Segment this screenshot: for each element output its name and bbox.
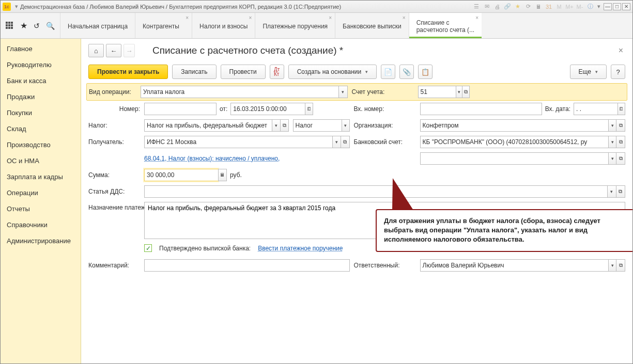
tb-m[interactable]: M: [555, 3, 563, 11]
tb-info-icon[interactable]: ⓘ: [586, 3, 594, 11]
titlebar-dropdown-icon[interactable]: ▾: [15, 3, 18, 10]
sidebar-item-sales[interactable]: Продажи: [1, 89, 81, 105]
tab-taxes[interactable]: Налоги и взносы×: [192, 13, 255, 38]
sidebar-item-admin[interactable]: Администрирование: [1, 233, 81, 249]
sidebar-item-reports[interactable]: Отчеты: [1, 201, 81, 217]
window-minimize[interactable]: —: [604, 3, 612, 10]
apps-grid-icon[interactable]: [6, 22, 14, 30]
tb-mminus[interactable]: M-: [576, 3, 584, 11]
tab-writeoff[interactable]: Списание срасчетного счета (...×: [409, 13, 482, 38]
tb-icon-2[interactable]: ✉: [483, 3, 491, 11]
tb-icon-star[interactable]: ★: [514, 3, 522, 11]
home-button[interactable]: ⌂: [88, 44, 104, 57]
dds-open[interactable]: ⧉: [616, 185, 625, 198]
post-button[interactable]: Провести: [221, 65, 266, 79]
list-icon[interactable]: 📋: [418, 65, 433, 79]
inc-date-input[interactable]: . .: [574, 103, 617, 115]
tab-close-icon[interactable]: ×: [329, 15, 332, 21]
dds-dropdown[interactable]: ▾: [607, 185, 616, 198]
op-type-input[interactable]: Уплата налога: [141, 86, 338, 98]
sidebar-item-main[interactable]: Главное: [1, 41, 81, 57]
responsible-open[interactable]: ⧉: [616, 259, 625, 272]
page-close-icon[interactable]: ×: [616, 44, 625, 57]
enter-order-link[interactable]: Ввести платежное поручение: [258, 245, 343, 252]
recipient-dropdown[interactable]: ▾: [332, 136, 341, 148]
tab-home[interactable]: Начальная страница: [60, 13, 135, 38]
dtkt-icon[interactable]: ДтКт: [270, 65, 284, 79]
tax-input[interactable]: Налог на прибыль, федеральный бюджет: [144, 119, 272, 132]
sum-calc-icon[interactable]: 🖩: [218, 169, 227, 181]
sidebar-item-catalogs[interactable]: Справочники: [1, 217, 81, 233]
inc-date-picker-icon[interactable]: 🗓: [617, 103, 625, 115]
sidebar-item-operations[interactable]: Операции: [1, 185, 81, 201]
op-type-dropdown[interactable]: ▾: [338, 86, 347, 98]
date-picker-icon[interactable]: 🗓: [305, 103, 313, 115]
tax-type-dropdown[interactable]: ▾: [342, 119, 350, 132]
tb-mplus[interactable]: M+: [565, 3, 574, 11]
tab-bank[interactable]: Банковские выписки×: [335, 13, 409, 38]
create-based-button[interactable]: Создать на основании: [288, 65, 377, 79]
tab-close-icon[interactable]: ×: [475, 15, 478, 21]
account-dropdown[interactable]: ▾: [456, 86, 462, 98]
tab-close-icon[interactable]: ×: [186, 15, 189, 21]
extra-open[interactable]: ⧉: [616, 152, 625, 165]
responsible-input[interactable]: Любимов Валерий Юрьевич: [420, 259, 608, 272]
forward-button[interactable]: →: [123, 44, 135, 57]
favorites-icon[interactable]: ★: [20, 21, 27, 30]
tb-info-dd[interactable]: ▾: [597, 3, 600, 10]
sidebar-item-production[interactable]: Производство: [1, 137, 81, 153]
bank-acc-input[interactable]: КБ "РОСПРОМБАНК" (ООО) (4070281003005006…: [420, 136, 608, 148]
recipient-open[interactable]: ⧉: [341, 136, 350, 148]
dds-input[interactable]: [144, 185, 607, 198]
post-and-close-button[interactable]: Провести и закрыть: [88, 65, 168, 79]
tax-link[interactable]: 68.04.1, Налог (взносы): начислено / упл…: [144, 155, 280, 162]
more-button[interactable]: Еще: [570, 65, 607, 79]
window-maximize[interactable]: □: [613, 3, 621, 10]
bank-acc-open[interactable]: ⧉: [616, 136, 625, 148]
confirmed-checkbox[interactable]: ✓: [144, 244, 152, 252]
account-input[interactable]: 51: [418, 86, 456, 98]
tax-dropdown[interactable]: ▾: [272, 119, 280, 132]
history-icon[interactable]: ↺: [34, 22, 40, 30]
tab-close-icon[interactable]: ×: [403, 15, 406, 21]
attach-icon[interactable]: 📎: [399, 65, 414, 79]
tax-open[interactable]: ⧉: [281, 119, 289, 132]
page-title: Списание с расчетного счета (создание) *: [152, 45, 343, 56]
back-button[interactable]: ←: [106, 44, 121, 57]
bank-acc-dropdown[interactable]: ▾: [608, 136, 617, 148]
sidebar-item-warehouse[interactable]: Склад: [1, 121, 81, 137]
search-icon[interactable]: 🔍: [46, 22, 55, 30]
tab-payments[interactable]: Платежные поручения×: [255, 13, 335, 38]
extra-input[interactable]: [420, 152, 608, 165]
org-input[interactable]: Конфетпром: [420, 119, 608, 132]
recipient-input[interactable]: ИФНС 21 Москва: [144, 136, 332, 148]
extra-dropdown[interactable]: ▾: [608, 152, 617, 165]
tb-icon-3[interactable]: 🖨: [493, 3, 501, 11]
tb-icon-4[interactable]: 🔗: [503, 3, 512, 11]
inc-number-input[interactable]: [420, 103, 542, 115]
save-button[interactable]: Записать: [172, 65, 216, 79]
sum-input[interactable]: 30 000,00: [144, 169, 218, 181]
tb-icon-5[interactable]: ⟳: [524, 3, 532, 11]
sidebar-item-fixed-assets[interactable]: ОС и НМА: [1, 153, 81, 169]
tb-icon-calc[interactable]: 🖩: [534, 3, 543, 11]
tax-type-input[interactable]: Налог: [293, 119, 342, 132]
sidebar-item-hr[interactable]: Зарплата и кадры: [1, 169, 81, 185]
report-icon[interactable]: 📄: [381, 65, 395, 79]
sidebar-item-purchases[interactable]: Покупки: [1, 105, 81, 121]
window-close[interactable]: ✕: [622, 3, 630, 10]
sidebar-item-Руководителю[interactable]: Руководителю: [1, 57, 81, 73]
tab-counterparties[interactable]: Контрагенты×: [135, 13, 192, 38]
sidebar-item-bank[interactable]: Банк и касса: [1, 73, 81, 89]
org-open[interactable]: ⧉: [616, 119, 625, 132]
tb-icon-cal[interactable]: 31: [545, 3, 553, 11]
tb-icon-1[interactable]: ☰: [472, 3, 481, 11]
tab-close-icon[interactable]: ×: [249, 15, 252, 21]
account-open[interactable]: ⧉: [462, 86, 469, 98]
responsible-dropdown[interactable]: ▾: [608, 259, 617, 272]
help-button[interactable]: ?: [611, 65, 625, 79]
comment-input[interactable]: [144, 259, 350, 272]
number-input[interactable]: [144, 103, 217, 115]
org-dropdown[interactable]: ▾: [608, 119, 617, 132]
date-input[interactable]: 16.03.2015 0:00:00: [230, 103, 305, 115]
